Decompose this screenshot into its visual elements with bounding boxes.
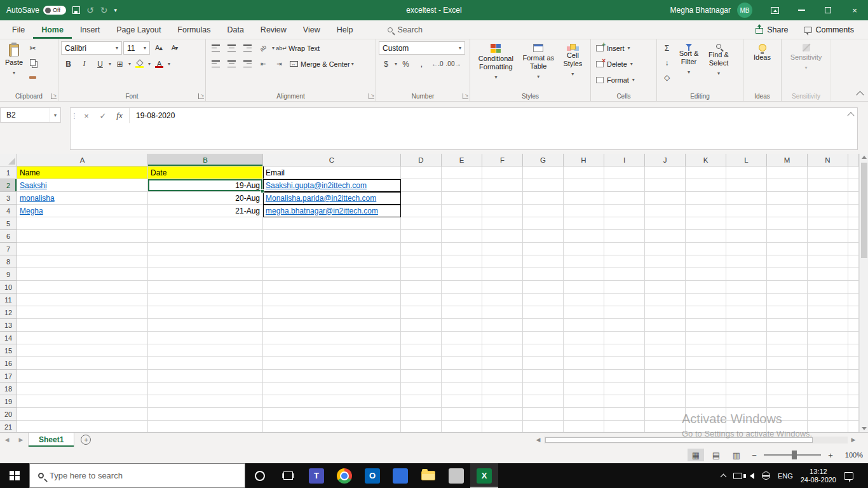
column-header-partial[interactable] (848, 154, 859, 166)
action-center-icon[interactable] (844, 472, 853, 480)
column-header-B[interactable]: B (148, 154, 263, 166)
cell-M21[interactable] (767, 421, 808, 432)
comments-button[interactable]: Comments (797, 20, 860, 39)
row-header-21[interactable]: 21 (0, 421, 17, 432)
cell-G3[interactable] (523, 192, 564, 205)
cell-M4[interactable] (767, 205, 808, 217)
start-button[interactable] (0, 463, 29, 488)
cell-L14[interactable] (726, 332, 767, 344)
cell-I8[interactable] (604, 255, 645, 268)
conditional-formatting-button[interactable]: Conditional Formatting ▾ (473, 41, 519, 91)
cell-C13[interactable] (263, 319, 401, 332)
cell-partial-21[interactable] (848, 421, 859, 432)
tab-view[interactable]: View (295, 20, 329, 39)
column-header-K[interactable]: K (686, 154, 726, 166)
cell-A3[interactable]: monalisha (17, 192, 148, 205)
cell-K20[interactable] (686, 408, 726, 421)
cell-N7[interactable] (808, 243, 848, 255)
cell-partial-10[interactable] (848, 281, 859, 294)
cell-partial-12[interactable] (848, 306, 859, 319)
zoom-slider[interactable] (764, 454, 821, 456)
cell-K18[interactable] (686, 383, 726, 395)
cell-L13[interactable] (726, 319, 767, 332)
cell-H18[interactable] (564, 383, 604, 395)
cell-F21[interactable] (482, 421, 523, 432)
teams-taskbar-button[interactable]: T (302, 463, 330, 488)
cell-N11[interactable] (808, 294, 848, 306)
tab-insert[interactable]: Insert (72, 20, 108, 39)
volume-icon[interactable] (750, 473, 754, 479)
cell-N14[interactable] (808, 332, 848, 344)
autosave-pill[interactable]: Off (43, 6, 66, 15)
cell-A10[interactable] (17, 281, 148, 294)
app-gray-taskbar-button[interactable] (442, 463, 470, 488)
cell-K11[interactable] (686, 294, 726, 306)
cell-G6[interactable] (523, 230, 564, 243)
column-header-M[interactable]: M (767, 154, 808, 166)
column-header-D[interactable]: D (401, 154, 442, 166)
cell-I6[interactable] (604, 230, 645, 243)
cell-K8[interactable] (686, 255, 726, 268)
cell-N4[interactable] (808, 205, 848, 217)
cell-K1[interactable] (686, 166, 726, 179)
cell-M5[interactable] (767, 217, 808, 230)
cell-J12[interactable] (645, 306, 686, 319)
increase-font-size-button[interactable] (151, 41, 166, 55)
cell-A16[interactable] (17, 357, 148, 370)
cell-D8[interactable] (401, 255, 442, 268)
row-header-2[interactable]: 2 (0, 179, 17, 192)
cell-C21[interactable] (263, 421, 401, 432)
cell-F10[interactable] (482, 281, 523, 294)
cell-M6[interactable] (767, 230, 808, 243)
fill-color-chevron-icon[interactable]: ▾ (148, 61, 151, 67)
cell-C4[interactable]: megha.bhatnagar@in2ittech.com (263, 205, 401, 217)
cell-H12[interactable] (564, 306, 604, 319)
cell-E19[interactable] (442, 395, 482, 408)
cell-I13[interactable] (604, 319, 645, 332)
cell-J14[interactable] (645, 332, 686, 344)
cell-A19[interactable] (17, 395, 148, 408)
cell-M1[interactable] (767, 166, 808, 179)
cell-N18[interactable] (808, 383, 848, 395)
font-name-select[interactable]: Calibri▾ (61, 41, 122, 55)
cell-J20[interactable] (645, 408, 686, 421)
taskbar-search-input[interactable]: Type here to search (29, 463, 245, 488)
vertical-scrollbar[interactable] (859, 154, 868, 432)
autosave-toggle[interactable]: AutoSave Off (6, 6, 66, 15)
cell-B15[interactable] (148, 344, 263, 357)
row-header-11[interactable]: 11 (0, 294, 17, 306)
app-blue-taskbar-button[interactable] (386, 463, 414, 488)
cell-H21[interactable] (564, 421, 604, 432)
cell-I19[interactable] (604, 395, 645, 408)
row-header-16[interactable]: 16 (0, 357, 17, 370)
horizontal-scrollbar-thumb[interactable] (545, 437, 813, 443)
wrap-text-button[interactable]: Wrap Text (288, 44, 320, 52)
cell-A6[interactable] (17, 230, 148, 243)
cell-M16[interactable] (767, 357, 808, 370)
cell-M15[interactable] (767, 344, 808, 357)
share-button[interactable]: Share (749, 20, 794, 39)
row-header-6[interactable]: 6 (0, 230, 17, 243)
scroll-up-arrow-icon[interactable] (862, 156, 867, 159)
ideas-button[interactable]: Ideas (746, 41, 778, 91)
cell-E17[interactable] (442, 370, 482, 383)
cell-M14[interactable] (767, 332, 808, 344)
format-cells-button[interactable]: Format▾ (593, 73, 654, 86)
cell-E20[interactable] (442, 408, 482, 421)
cell-partial-13[interactable] (848, 319, 859, 332)
accounting-chevron-icon[interactable]: ▾ (395, 61, 397, 67)
cell-G12[interactable] (523, 306, 564, 319)
cell-M8[interactable] (767, 255, 808, 268)
cell-partial-15[interactable] (848, 344, 859, 357)
cell-F1[interactable] (482, 166, 523, 179)
cell-E2[interactable] (442, 179, 482, 192)
cell-K14[interactable] (686, 332, 726, 344)
cell-J9[interactable] (645, 268, 686, 281)
cell-B9[interactable] (148, 268, 263, 281)
cell-F8[interactable] (482, 255, 523, 268)
task-view-button[interactable] (274, 463, 302, 488)
column-header-J[interactable]: J (645, 154, 686, 166)
cell-F12[interactable] (482, 306, 523, 319)
tab-review[interactable]: Review (252, 20, 295, 39)
cell-J11[interactable] (645, 294, 686, 306)
